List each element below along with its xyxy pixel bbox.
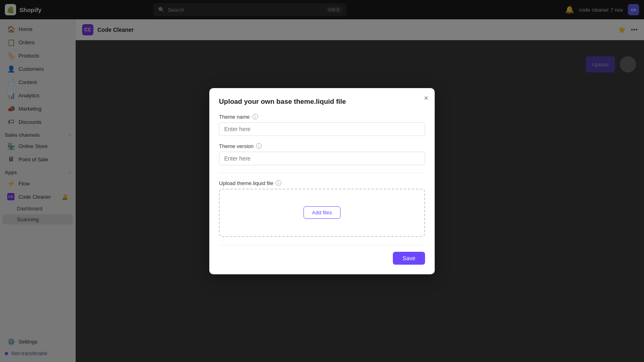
upload-modal: Upload your own base theme.liquid file ×…: [209, 88, 435, 274]
theme-version-info-icon[interactable]: i: [256, 143, 262, 149]
modal-overlay: Upload your own base theme.liquid file ×…: [0, 0, 644, 362]
theme-name-label-container: Theme name i: [219, 114, 425, 120]
upload-label-container: Upload theme.liquid file i: [219, 180, 425, 186]
theme-version-label: Theme version: [219, 143, 254, 149]
modal-divider: [219, 173, 425, 173]
theme-name-info-icon[interactable]: i: [252, 114, 258, 119]
dropzone[interactable]: Add files: [219, 189, 425, 237]
theme-version-input[interactable]: [219, 152, 425, 165]
add-files-button[interactable]: Add files: [303, 206, 341, 219]
upload-label: Upload theme.liquid file: [219, 180, 273, 186]
upload-field: Upload theme.liquid file i Add files: [219, 180, 425, 237]
theme-version-field: Theme version i: [219, 143, 425, 165]
modal-close-button[interactable]: ×: [424, 95, 428, 102]
modal-title: Upload your own base theme.liquid file: [219, 98, 425, 106]
theme-name-input[interactable]: [219, 122, 425, 136]
save-button[interactable]: Save: [393, 252, 425, 265]
modal-footer: Save: [219, 245, 425, 265]
theme-name-field: Theme name i: [219, 114, 425, 136]
upload-info-icon[interactable]: i: [276, 180, 281, 186]
theme-name-label: Theme name: [219, 114, 250, 120]
theme-version-label-container: Theme version i: [219, 143, 425, 149]
